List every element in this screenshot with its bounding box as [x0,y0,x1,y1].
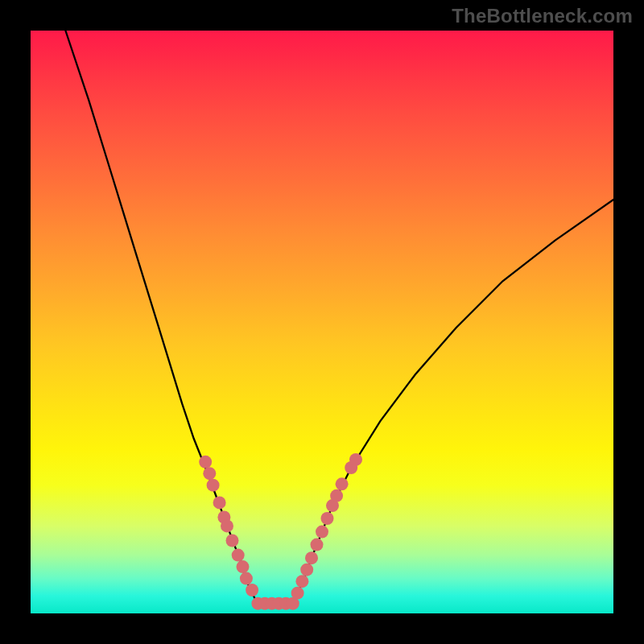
data-marker [349,453,362,466]
curve-layer [31,31,613,613]
data-marker [226,535,239,547]
data-marker [221,519,233,532]
data-marker [207,479,220,492]
data-marker [316,526,328,539]
plot-area [31,31,613,613]
data-marker [199,456,212,469]
data-marker [232,549,245,562]
chart-frame: TheBottleneck.com [0,0,644,644]
watermark-text: TheBottleneck.com [452,5,633,27]
data-marker [246,584,258,597]
data-marker [240,572,253,585]
data-marker [295,575,308,588]
data-marker [213,496,226,509]
data-marker [203,467,216,480]
data-marker [321,512,334,525]
data-marker [291,587,304,600]
data-marker [305,551,318,564]
data-marker [300,564,313,576]
data-marker [237,560,250,573]
marker-group [199,453,362,610]
data-marker [330,489,343,502]
data-marker [336,477,349,490]
right-curve [293,200,613,605]
data-marker [311,539,324,551]
